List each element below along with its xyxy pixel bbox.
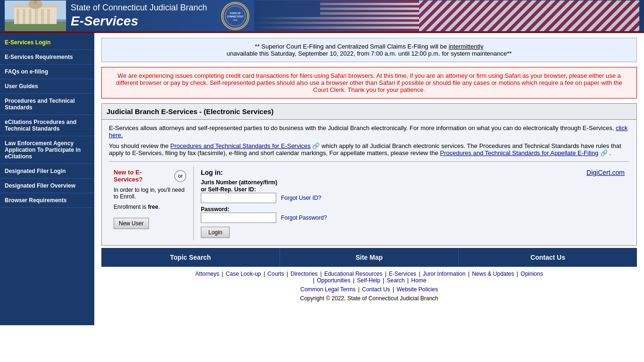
footer-link-opinions[interactable]: Opinions	[520, 271, 543, 277]
new-to-label: New to E-Services?	[114, 169, 170, 183]
contact-us-nav[interactable]: Contact Us	[459, 248, 637, 267]
footer-link-caselookup[interactable]: Case Look-up	[226, 271, 261, 277]
log-in-label: Log in:	[201, 169, 575, 176]
forgot-password-link[interactable]: Forgot Password?	[281, 214, 327, 221]
topic-search-nav[interactable]: Topic Search	[101, 248, 280, 267]
footer-link-directories[interactable]: Directories	[290, 271, 317, 277]
safari-warning-text: We are experiencing issues completing cr…	[116, 72, 622, 93]
footer-links-row2: | Opportunities | Self-Help | Search | H…	[104, 277, 635, 284]
sidebar-item-browser-requirements[interactable]: Browser Requirements	[0, 193, 94, 208]
password-label-row: Password:	[201, 206, 575, 213]
sidebar-item-eservices-login[interactable]: E-Services Login	[0, 35, 94, 50]
juris-label-row: Juris Number (attorney/firm)	[201, 179, 575, 186]
footer-link-courts[interactable]: Courts	[267, 271, 284, 277]
maintenance-text-1: ** Superior Court E-Filing and Centraliz…	[255, 43, 447, 50]
footer-link-attorneys[interactable]: Attorneys	[195, 271, 219, 277]
svg-text:SEAL: SEAL	[233, 19, 238, 21]
sidebar: E-Services Login E-Services Requirements…	[0, 33, 94, 325]
juris-number-label: Juris Number (attorney/firm)	[201, 179, 277, 186]
password-input[interactable]	[201, 213, 276, 223]
safari-warning: We are experiencing issues completing cr…	[101, 67, 637, 99]
svg-text:CONNECTICUT: CONNECTICUT	[227, 15, 244, 17]
svg-rect-32	[254, 0, 419, 31]
page-layout: E-Services Login E-Services Requirements…	[0, 33, 644, 325]
new-user-button[interactable]: New User	[114, 218, 149, 229]
sidebar-item-designated-filer-overview[interactable]: Designated Filer Overview	[0, 179, 94, 193]
header-eservices-title: E-Services	[71, 13, 207, 29]
svg-rect-4	[17, 9, 19, 24]
footer-link-search[interactable]: Search	[387, 277, 405, 284]
password-label: Password:	[201, 206, 575, 213]
svg-rect-12	[34, 0, 37, 4]
svg-rect-9	[47, 9, 50, 24]
sidebar-item-law-enforcement[interactable]: Law Enforcement Agency Application To Pa…	[0, 136, 94, 164]
main-box: Judicial Branch E-Services - (Electronic…	[101, 103, 637, 246]
svg-rect-6	[29, 9, 32, 24]
bottom-nav: Topic Search Site Map Contact Us	[101, 248, 637, 267]
login-form-section: Log in: Juris Number (attorney/firm) or …	[194, 166, 582, 240]
login-button[interactable]: Login	[201, 227, 230, 238]
header-title: State of Connecticut Judicial Branch E-S…	[71, 3, 207, 29]
intro-paragraph-1: E-Services allows attorneys and self-rep…	[109, 124, 629, 139]
maintenance-intermittently: intermittently	[449, 43, 484, 50]
self-rep-label-row: or Self-Rep. User ID:	[201, 186, 575, 193]
sidebar-item-faqs[interactable]: FAQs on e-filing	[0, 65, 94, 79]
main-content: ** Superior Court E-Filing and Centraliz…	[94, 33, 644, 325]
maintenance-alert: ** Superior Court E-Filing and Centraliz…	[101, 38, 637, 62]
header-seal: STATE OF CONNECTICUT SEAL	[221, 2, 249, 30]
footer-link-juror[interactable]: Juror Information	[423, 271, 466, 277]
header-branch-name: State of Connecticut Judicial Branch	[71, 3, 207, 13]
footer-link-eservices[interactable]: E-Services	[389, 271, 416, 277]
main-box-content: E-Services allows attorneys and self-rep…	[102, 120, 636, 245]
new-user-section: New to E-Services? or In order to log in…	[109, 166, 194, 240]
header-flag	[254, 0, 639, 31]
footer-contact-us[interactable]: Contact Us	[362, 286, 390, 293]
footer-common-legal[interactable]: Common Legal Terms	[300, 286, 355, 293]
footer-link-selfhelp[interactable]: Self-Help	[357, 277, 380, 284]
page-header: State of Connecticut Judicial Branch E-S…	[0, 0, 644, 33]
footer-bottom-links: Common Legal Terms | Contact Us | Websit…	[104, 286, 635, 293]
sidebar-item-user-guides[interactable]: User Guides	[0, 79, 94, 94]
svg-text:STATE OF: STATE OF	[230, 12, 241, 15]
svg-rect-8	[41, 9, 44, 24]
sidebar-item-procedures[interactable]: Procedures and Technical Standards	[0, 94, 94, 115]
free-text: Enrollment is free.	[114, 204, 189, 210]
forgot-user-id-link[interactable]: Forgot User ID?	[281, 195, 321, 201]
self-rep-label: or Self-Rep. User ID:	[201, 186, 256, 193]
appellate-link[interactable]: Procedures and Technical Standards for A…	[440, 149, 598, 156]
maintenance-text-2: unavailable this Saturday, September 10,…	[227, 50, 512, 57]
main-box-title: Judicial Branch E-Services - (Electronic…	[102, 104, 636, 120]
sidebar-item-designated-filer-login[interactable]: Designated Filer Login	[0, 164, 94, 179]
footer-website-policies[interactable]: Website Policies	[396, 286, 438, 293]
footer-link-news[interactable]: News & Updates	[472, 271, 514, 277]
svg-rect-5	[23, 9, 25, 24]
sidebar-item-eservices-requirements[interactable]: E-Services Requirements	[0, 50, 94, 65]
digicert-section: DigiCert.com	[582, 166, 629, 240]
sidebar-item-ecitations[interactable]: eCitations Procedures and Technical Stan…	[0, 115, 94, 136]
procedures-link[interactable]: Procedures and Technical Standards for E…	[170, 142, 310, 149]
digicert-link[interactable]: DigiCert.com	[586, 169, 625, 176]
footer-copyright: Copyright © 2022, State of Connecticut J…	[104, 295, 635, 302]
footer-link-educational[interactable]: Educational Resources	[324, 271, 382, 277]
user-id-row: Forgot User ID?	[201, 193, 575, 203]
user-id-input[interactable]	[201, 193, 276, 203]
or-circle: or	[174, 170, 186, 182]
footer-link-opportunities[interactable]: Opportunities	[317, 277, 350, 284]
footer-links-row1: Attorneys | Case Look-up | Courts | Dire…	[104, 271, 635, 277]
header-building-image	[5, 0, 66, 31]
footer: Attorneys | Case Look-up | Courts | Dire…	[101, 267, 637, 305]
svg-rect-7	[35, 9, 38, 24]
footer-link-home[interactable]: Home	[411, 277, 426, 284]
intro-paragraph-2: You should review the Procedures and Tec…	[109, 142, 629, 156]
site-map-nav[interactable]: Site Map	[280, 248, 459, 267]
enroll-text: In order to log in, you'll need to Enrol…	[114, 187, 189, 200]
login-section: New to E-Services? or In order to log in…	[109, 161, 629, 240]
password-row: Forgot Password?	[201, 213, 575, 223]
